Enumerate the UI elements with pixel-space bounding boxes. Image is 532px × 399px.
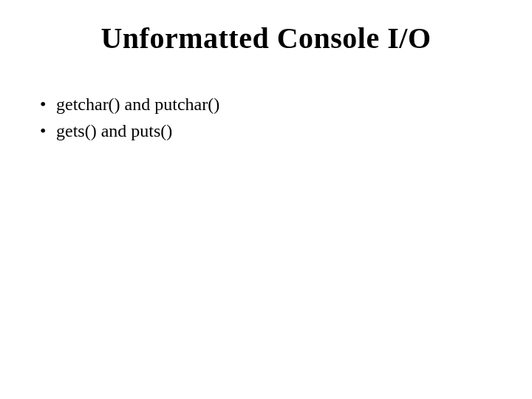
- list-item: gets() and puts(): [40, 117, 510, 144]
- bullet-list: getchar() and putchar() gets() and puts(…: [22, 91, 510, 144]
- slide-title: Unformatted Console I/O: [22, 21, 510, 55]
- list-item: getchar() and putchar(): [40, 91, 510, 117]
